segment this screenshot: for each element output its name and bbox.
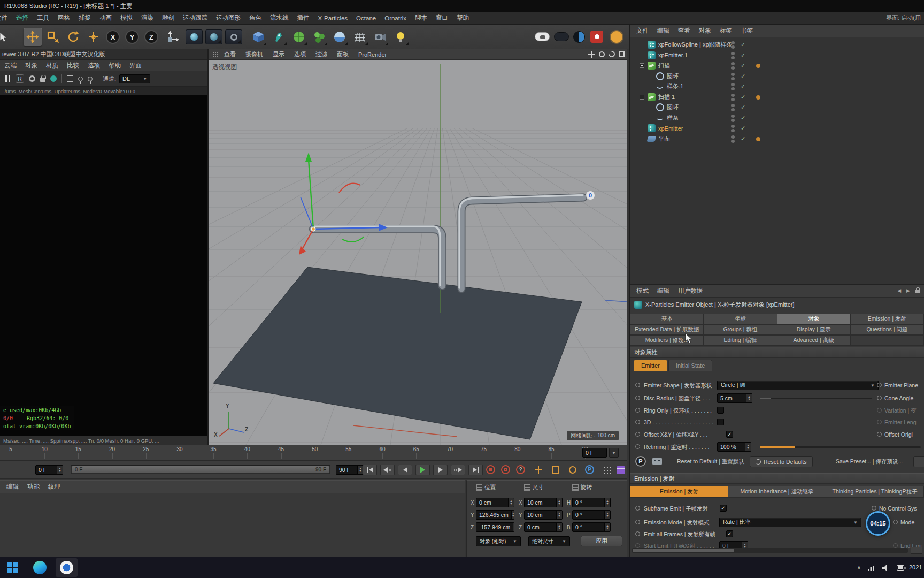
object-row[interactable]: xpEmitter.1 <box>630 50 924 61</box>
visibility-dots[interactable] <box>732 104 735 112</box>
enable-check-icon[interactable] <box>741 113 745 124</box>
viewport-menu-item[interactable]: ProRender <box>353 51 391 58</box>
octane-menu-item[interactable]: 选项 <box>83 62 104 70</box>
object-name[interactable]: xpEmitter <box>658 125 683 132</box>
object-manager-menu-item[interactable]: 标签 <box>715 27 736 35</box>
anim-dot-icon[interactable] <box>635 383 640 387</box>
timeline-ruler[interactable]: 51015202530354045505560657075808590 0 F … <box>0 445 627 461</box>
object-name[interactable]: 圆环 <box>667 103 679 111</box>
menu-item[interactable]: 脚本 <box>411 14 432 22</box>
retiming-field[interactable]: 100 % <box>717 442 751 452</box>
object-row[interactable]: 样条.1 <box>630 81 924 92</box>
object-row[interactable]: xpFollowSpline | xp跟随样条 <box>630 40 924 50</box>
forward-arrow-icon[interactable]: ▶ <box>906 288 910 293</box>
stepper-icon[interactable] <box>508 498 514 507</box>
offset-xy-checkbox[interactable] <box>726 431 733 438</box>
panel-corner-button[interactable] <box>911 547 922 554</box>
octane-menu-item[interactable]: 比较 <box>63 62 83 70</box>
z-axis-lock-button[interactable]: Z <box>143 29 159 45</box>
object-manager-menu-item[interactable]: 书签 <box>736 27 757 35</box>
size-mode-select[interactable]: 绝对尺寸▼ <box>528 536 570 546</box>
key-position-icon[interactable] <box>534 465 543 475</box>
octane-menu-item[interactable]: 材质 <box>42 62 63 70</box>
octane-camera-button[interactable] <box>590 31 603 43</box>
preset-p-icon[interactable]: P <box>635 456 646 467</box>
viewport-menu-item[interactable]: 选项 <box>289 50 311 58</box>
anim-dot-icon[interactable] <box>635 531 640 536</box>
move-tool-button[interactable] <box>24 28 42 46</box>
stepper-icon[interactable] <box>604 511 610 519</box>
visibility-dots[interactable] <box>732 135 735 144</box>
y-axis-lock-button[interactable]: Y <box>124 29 140 45</box>
anim-dot-icon[interactable] <box>635 408 640 413</box>
size-field[interactable]: 0 cm <box>524 522 563 532</box>
attribute-menu-item[interactable]: 编辑 <box>653 287 674 295</box>
rotate-tool-button[interactable] <box>64 28 82 46</box>
subdivision-surface-button[interactable] <box>290 28 308 46</box>
octane-menu-item[interactable]: 云端 <box>0 62 21 70</box>
object-row[interactable]: 样条 <box>630 113 924 124</box>
visibility-dots[interactable] <box>732 115 735 123</box>
key-scale-icon[interactable] <box>551 465 560 475</box>
attr-tab[interactable]: Questions | 问题 <box>851 324 924 335</box>
pause-icon[interactable] <box>4 75 11 82</box>
stepper-icon[interactable] <box>513 523 514 531</box>
selection-tool-icon[interactable] <box>0 28 12 46</box>
battery-icon[interactable] <box>897 565 906 571</box>
emission-tab[interactable]: Thinking Particles | ThinkingP粒子 <box>826 486 924 498</box>
enable-check-icon[interactable] <box>741 40 745 50</box>
taskbar-clock[interactable]: 2021 <box>909 564 922 571</box>
play-button[interactable] <box>415 465 430 475</box>
keyframe-selection-button[interactable]: ? <box>516 465 525 474</box>
object-row[interactable]: 平面 <box>630 134 924 144</box>
previous-key-button[interactable] <box>380 465 395 475</box>
rotation-field[interactable]: 0 ° <box>572 510 611 520</box>
stepper-icon[interactable] <box>745 443 751 451</box>
object-manager-menu-item[interactable]: 查看 <box>674 27 695 35</box>
current-frame-field[interactable]: 0 F <box>582 448 607 458</box>
emitter-shape-select[interactable]: Circle | 圆▼ <box>717 381 879 390</box>
attr-tab[interactable]: Emission | 发射 <box>851 314 924 324</box>
frame-dropdown-icon[interactable]: ▼ <box>609 448 619 458</box>
disc-radius-slider[interactable] <box>760 398 872 399</box>
zoom-view-icon[interactable] <box>599 51 605 57</box>
expand-toggle-icon[interactable] <box>640 63 644 68</box>
object-row[interactable]: 圆环 <box>630 71 924 82</box>
object-row[interactable]: xpEmitter <box>630 123 924 134</box>
object-name[interactable]: 扫描 <box>658 62 670 70</box>
settings-gear-icon[interactable] <box>29 75 35 82</box>
coordinate-system-button[interactable] <box>164 28 182 46</box>
3d-scene[interactable] <box>209 49 627 445</box>
object-name[interactable]: xpFollowSpline | xp跟随样条 <box>658 41 733 49</box>
rotation-field[interactable]: 0 ° <box>572 522 611 532</box>
autokey-button[interactable] <box>501 465 510 474</box>
tab-initial-state[interactable]: Initial State <box>668 360 712 371</box>
stepper-icon[interactable] <box>57 466 63 474</box>
network-icon[interactable] <box>868 565 875 571</box>
visibility-dots[interactable] <box>732 52 735 60</box>
anim-dot-icon[interactable] <box>893 543 898 548</box>
octane-menu-item[interactable]: 界面 <box>125 62 146 70</box>
coord-mode-select[interactable]: 对象 (相对)▼ <box>476 536 521 546</box>
object-name[interactable]: 样条.1 <box>667 82 683 90</box>
menu-item[interactable]: 帮助 <box>452 14 473 22</box>
menu-item[interactable]: 文件 <box>0 14 12 22</box>
menu-item[interactable]: 插件 <box>293 14 314 22</box>
reset-default-label[interactable]: Reset to Default | 重置默认 <box>677 458 744 466</box>
attr-tab[interactable]: Display | 显示 <box>777 324 851 335</box>
tray-chevron-icon[interactable]: ∧ <box>857 565 861 571</box>
emission-mode-select[interactable]: Rate | 比率▼ <box>719 518 861 527</box>
enable-check-icon[interactable] <box>741 92 745 103</box>
octane-environment-button[interactable] <box>611 31 622 43</box>
attr-tab[interactable]: 坐标 <box>704 314 777 324</box>
material-menu-item[interactable]: 编辑 <box>2 483 23 491</box>
material-picker-icon[interactable] <box>78 77 83 81</box>
attribute-menu-item[interactable]: 模式 <box>632 287 653 295</box>
render-to-pv-button[interactable] <box>205 29 222 44</box>
object-name[interactable]: 圆环 <box>667 72 679 80</box>
viewport-menu-item[interactable]: 摄像机 <box>241 50 268 58</box>
menu-item[interactable]: 模拟 <box>116 14 137 22</box>
robot-icon[interactable] <box>652 458 662 465</box>
record-keyframe-button[interactable] <box>486 465 495 474</box>
workplane-button[interactable] <box>351 28 369 46</box>
